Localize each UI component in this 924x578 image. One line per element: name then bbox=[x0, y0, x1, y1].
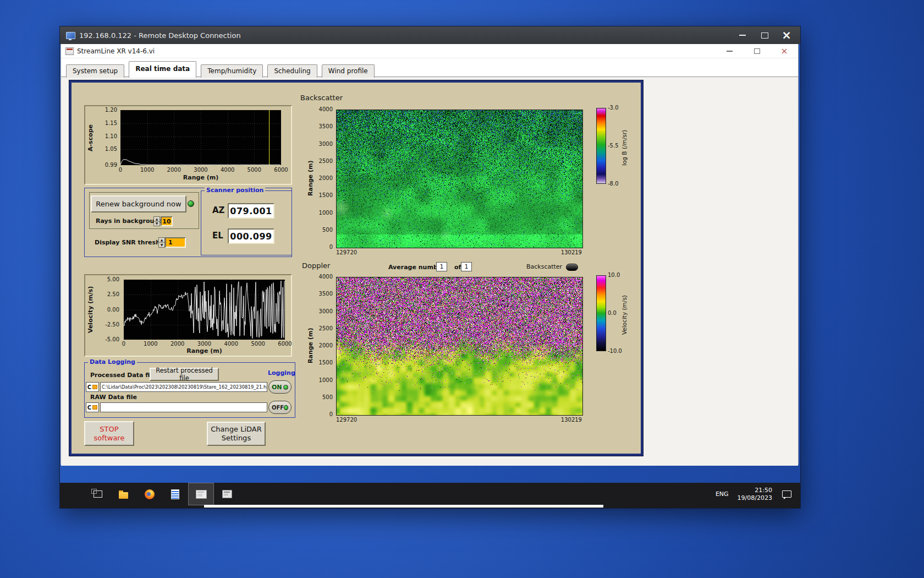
snr-spinner[interactable]: ▲▼ bbox=[158, 237, 165, 248]
processed-logging-on-toggle[interactable]: ON bbox=[268, 380, 292, 394]
rays-spinner[interactable]: ▲▼ bbox=[153, 216, 160, 226]
backscatter-toggle[interactable] bbox=[566, 264, 578, 271]
ascope-plot[interactable] bbox=[120, 110, 281, 165]
tick-label: 1000 bbox=[136, 167, 158, 173]
app-content: Backscatter A-scope 1.201.151.101.050.99… bbox=[61, 77, 798, 466]
spinner-up-icon[interactable]: ▲ bbox=[159, 238, 164, 243]
app-titlebar[interactable]: StreamLine XR v14-6.vi × bbox=[61, 44, 798, 58]
ascope-x-axis-label: Range (m) bbox=[120, 174, 281, 181]
tick-label: 2500 bbox=[315, 158, 334, 164]
tab-wind-profile[interactable]: Wind profile bbox=[322, 64, 375, 78]
spinner-down-icon[interactable]: ▼ bbox=[159, 243, 164, 247]
tick-label: 1.20 bbox=[95, 107, 118, 113]
restore-icon bbox=[754, 48, 760, 54]
rdp-titlebar[interactable]: 192.168.0.122 - Remote Desktop Connectio… bbox=[60, 26, 800, 44]
el-value-field[interactable]: 000.099 bbox=[228, 228, 274, 244]
backscatter-colorbar-label: log B (/m/sr) bbox=[620, 105, 628, 190]
doppler-colorbar bbox=[596, 275, 606, 351]
firefox-icon bbox=[145, 489, 155, 499]
taskbar-firefox-button[interactable] bbox=[136, 483, 162, 505]
restart-processed-file-button[interactable]: Restart processed file bbox=[150, 368, 219, 381]
folder-icon bbox=[119, 492, 128, 499]
tab-system-setup[interactable]: System setup bbox=[66, 64, 124, 78]
tab-bar: System setup Real time data Temp/humidit… bbox=[61, 58, 798, 77]
processed-path-field[interactable]: C:\Lidar\Data\Proc\2023\202308\20230819\… bbox=[100, 382, 267, 392]
velocity-y-axis-label: Velocity (m/s) bbox=[86, 280, 94, 340]
app-minimize-button[interactable] bbox=[723, 45, 735, 57]
minimize-icon bbox=[727, 51, 733, 52]
rdp-minimize-button[interactable] bbox=[736, 29, 749, 41]
tick-label: 2.50 bbox=[96, 291, 120, 297]
doppler-heatmap bbox=[336, 277, 583, 416]
rays-value-field[interactable]: 10 bbox=[161, 216, 173, 226]
doppler-colorbar-label: Velocity (m/s) bbox=[620, 272, 628, 358]
velocity-x-ticks: 0100020003000400050006000 bbox=[124, 341, 285, 347]
taskbar-notes-button[interactable] bbox=[162, 483, 188, 505]
stop-button-line1: STOP bbox=[100, 425, 118, 434]
main-panel: Backscatter A-scope 1.201.151.101.050.99… bbox=[69, 80, 643, 456]
tab-scheduling[interactable]: Scheduling bbox=[267, 64, 317, 78]
doppler-y-ticks: 40003500300025002000150010005000 bbox=[315, 277, 334, 415]
backscatter-colorbar bbox=[596, 108, 606, 184]
az-label: AZ bbox=[212, 205, 225, 215]
app-window: StreamLine XR v14-6.vi × System setup Re… bbox=[61, 44, 799, 465]
tick-label: 1000 bbox=[315, 377, 334, 383]
taskbar-task-view-button[interactable] bbox=[85, 483, 111, 505]
tick-label: 4000 bbox=[315, 274, 334, 280]
tick-label: 500 bbox=[315, 227, 334, 233]
app-restore-button[interactable] bbox=[751, 45, 763, 57]
tick-label: 0 bbox=[315, 411, 334, 417]
tick-label: 3000 bbox=[190, 167, 212, 173]
on-label: ON bbox=[272, 384, 282, 391]
notification-icon[interactable] bbox=[782, 490, 791, 498]
horizontal-scrollbar[interactable] bbox=[204, 505, 603, 508]
ascope-group: A-scope 1.201.151.101.050.99 01000200030… bbox=[84, 105, 292, 185]
maximize-icon bbox=[761, 32, 768, 39]
taskbar-labview-app-button[interactable] bbox=[188, 483, 214, 505]
renew-background-button[interactable]: Renew background now bbox=[91, 195, 186, 212]
az-value-field[interactable]: 079.001 bbox=[228, 203, 274, 219]
backscatter-toggle-label: Backscatter bbox=[526, 263, 562, 270]
tick-label: 1500 bbox=[315, 192, 334, 198]
app-close-button[interactable]: × bbox=[778, 45, 790, 57]
change-lidar-settings-button[interactable]: Change LiDAR Settings bbox=[207, 422, 266, 446]
raw-path-field[interactable] bbox=[100, 402, 267, 412]
tick-label: 4000 bbox=[315, 106, 334, 112]
tick-label: 3000 bbox=[194, 341, 216, 347]
average-count-field[interactable]: 1 bbox=[461, 262, 472, 271]
velocity-x-axis-label: Range (m) bbox=[124, 347, 285, 355]
doppler-x-start-label: 129720 bbox=[336, 417, 357, 423]
rdp-maximize-button[interactable] bbox=[758, 29, 771, 41]
clock-date: 19/08/2023 bbox=[738, 494, 772, 502]
snr-value-field[interactable]: 1 bbox=[165, 237, 186, 248]
tick-label: 2000 bbox=[167, 341, 189, 347]
doppler-y-axis-label: Range (m) bbox=[306, 277, 314, 415]
app-title: StreamLine XR v14-6.vi bbox=[77, 47, 155, 55]
spinner-down-icon[interactable]: ▼ bbox=[154, 222, 160, 226]
taskbar-file-explorer-button[interactable] bbox=[111, 483, 136, 505]
spinner-up-icon[interactable]: ▲ bbox=[154, 217, 160, 222]
raw-drive-selector[interactable]: C bbox=[86, 402, 99, 412]
processed-drive-selector[interactable]: C bbox=[86, 382, 99, 392]
rdp-close-button[interactable]: × bbox=[780, 29, 793, 41]
language-indicator[interactable]: ENG bbox=[716, 490, 729, 498]
clock-time: 21:50 bbox=[755, 487, 772, 494]
close-icon: × bbox=[780, 47, 788, 56]
remote-desktop: StreamLine XR v14-6.vi × System setup Re… bbox=[60, 44, 800, 508]
taskbar-clock[interactable]: 21:50 19/08/2023 bbox=[738, 487, 772, 502]
tick-label: 500 bbox=[315, 394, 334, 400]
ascope-x-ticks: 0100020003000400050006000 bbox=[120, 167, 281, 173]
off-label: OFF bbox=[272, 405, 284, 411]
tick-label: 2000 bbox=[315, 342, 334, 348]
rdp-window: 192.168.0.122 - Remote Desktop Connectio… bbox=[59, 26, 801, 509]
stop-software-button[interactable]: STOP software bbox=[84, 421, 134, 446]
tab-real-time-data[interactable]: Real time data bbox=[129, 61, 196, 78]
of-label: of bbox=[454, 264, 461, 271]
raw-logging-off-toggle[interactable]: OFF bbox=[268, 401, 292, 414]
taskbar-scan-app-button[interactable] bbox=[214, 483, 240, 505]
tab-temp-humidity[interactable]: Temp/humidity bbox=[201, 64, 263, 78]
average-number-field[interactable]: 1 bbox=[436, 262, 447, 271]
tick-label: 3500 bbox=[315, 123, 334, 129]
tick-label: 1000 bbox=[140, 341, 162, 347]
logging-label: Logging bbox=[266, 369, 297, 377]
